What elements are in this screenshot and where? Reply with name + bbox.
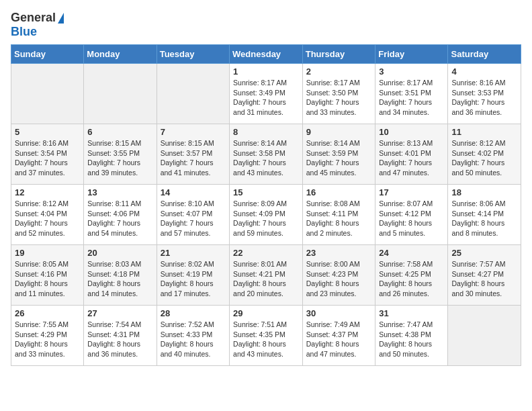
day-cell: 19Sunrise: 8:05 AMSunset: 4:16 PMDayligh… (11, 245, 84, 306)
day-cell: 16Sunrise: 8:08 AMSunset: 4:11 PMDayligh… (302, 185, 375, 245)
day-info: Sunrise: 8:17 AMSunset: 3:51 PMDaylight:… (379, 78, 444, 118)
day-number: 19 (15, 248, 80, 258)
day-number: 14 (161, 187, 226, 197)
day-number: 13 (87, 187, 152, 197)
day-number: 25 (451, 248, 517, 258)
day-cell: 30Sunrise: 7:49 AMSunset: 4:37 PMDayligh… (302, 306, 375, 366)
day-cell: 14Sunrise: 8:10 AMSunset: 4:07 PMDayligh… (157, 185, 229, 245)
day-info: Sunrise: 8:05 AMSunset: 4:16 PMDaylight:… (15, 259, 80, 299)
day-info: Sunrise: 7:47 AMSunset: 4:38 PMDaylight:… (379, 320, 444, 359)
day-number: 7 (161, 127, 226, 137)
day-number: 23 (306, 248, 371, 258)
day-info: Sunrise: 8:14 AMSunset: 3:59 PMDaylight:… (306, 138, 371, 178)
day-number: 18 (451, 187, 517, 197)
weekday-header-saturday: Saturday (448, 45, 521, 64)
day-cell: 10Sunrise: 8:13 AMSunset: 4:01 PMDayligh… (375, 124, 448, 185)
day-info: Sunrise: 7:55 AMSunset: 4:29 PMDaylight:… (15, 320, 80, 359)
day-cell: 26Sunrise: 7:55 AMSunset: 4:29 PMDayligh… (11, 306, 84, 366)
day-info: Sunrise: 8:12 AMSunset: 4:02 PMDaylight:… (451, 138, 517, 178)
day-cell (11, 64, 84, 124)
weekday-header-wednesday: Wednesday (230, 45, 303, 64)
day-cell: 23Sunrise: 8:00 AMSunset: 4:23 PMDayligh… (302, 245, 375, 306)
day-info: Sunrise: 8:11 AMSunset: 4:06 PMDaylight:… (87, 199, 152, 238)
day-number: 11 (451, 127, 517, 137)
day-number: 29 (233, 308, 299, 318)
day-number: 5 (15, 127, 80, 137)
day-number: 8 (233, 127, 299, 137)
day-info: Sunrise: 7:57 AMSunset: 4:27 PMDaylight:… (451, 259, 517, 299)
day-cell: 21Sunrise: 8:02 AMSunset: 4:19 PMDayligh… (157, 245, 229, 306)
week-row-1: 1Sunrise: 8:17 AMSunset: 3:49 PMDaylight… (11, 64, 521, 124)
day-cell (157, 64, 229, 124)
week-row-2: 5Sunrise: 8:16 AMSunset: 3:54 PMDaylight… (11, 124, 521, 185)
day-cell: 3Sunrise: 8:17 AMSunset: 3:51 PMDaylight… (375, 64, 448, 124)
day-number: 4 (451, 66, 517, 77)
day-cell: 29Sunrise: 7:51 AMSunset: 4:35 PMDayligh… (230, 306, 303, 366)
day-cell: 18Sunrise: 8:06 AMSunset: 4:14 PMDayligh… (448, 185, 521, 245)
day-cell: 8Sunrise: 8:14 AMSunset: 3:58 PMDaylight… (230, 124, 303, 185)
day-number: 10 (379, 127, 444, 137)
day-cell: 2Sunrise: 8:17 AMSunset: 3:50 PMDaylight… (302, 64, 375, 124)
day-info: Sunrise: 8:01 AMSunset: 4:21 PMDaylight:… (233, 259, 299, 299)
logo-general-text: General (11, 11, 56, 25)
day-number: 31 (379, 308, 444, 318)
day-number: 30 (306, 308, 371, 318)
day-number: 15 (233, 187, 299, 197)
day-info: Sunrise: 8:15 AMSunset: 3:55 PMDaylight:… (87, 138, 152, 178)
day-cell: 20Sunrise: 8:03 AMSunset: 4:18 PMDayligh… (84, 245, 157, 306)
day-number: 26 (15, 308, 80, 318)
weekday-header-sunday: Sunday (11, 45, 84, 64)
day-cell: 24Sunrise: 7:58 AMSunset: 4:25 PMDayligh… (375, 245, 448, 306)
calendar-table: SundayMondayTuesdayWednesdayThursdayFrid… (11, 44, 521, 366)
day-info: Sunrise: 7:52 AMSunset: 4:33 PMDaylight:… (161, 320, 226, 359)
day-cell: 11Sunrise: 8:12 AMSunset: 4:02 PMDayligh… (448, 124, 521, 185)
day-cell: 7Sunrise: 8:15 AMSunset: 3:57 PMDaylight… (157, 124, 229, 185)
day-cell: 6Sunrise: 8:15 AMSunset: 3:55 PMDaylight… (84, 124, 157, 185)
weekday-header-monday: Monday (84, 45, 157, 64)
day-info: Sunrise: 8:17 AMSunset: 3:50 PMDaylight:… (306, 78, 371, 118)
day-info: Sunrise: 8:07 AMSunset: 4:12 PMDaylight:… (379, 199, 444, 238)
day-number: 16 (306, 187, 371, 197)
day-cell: 28Sunrise: 7:52 AMSunset: 4:33 PMDayligh… (157, 306, 229, 366)
day-info: Sunrise: 8:16 AMSunset: 3:53 PMDaylight:… (451, 78, 517, 118)
weekday-header-tuesday: Tuesday (157, 45, 229, 64)
day-info: Sunrise: 7:58 AMSunset: 4:25 PMDaylight:… (379, 259, 444, 299)
day-info: Sunrise: 8:02 AMSunset: 4:19 PMDaylight:… (161, 259, 226, 299)
day-number: 6 (87, 127, 152, 137)
day-cell (84, 64, 157, 124)
day-cell (448, 306, 521, 366)
day-cell: 22Sunrise: 8:01 AMSunset: 4:21 PMDayligh… (230, 245, 303, 306)
logo: General Blue (11, 11, 64, 39)
day-info: Sunrise: 8:16 AMSunset: 3:54 PMDaylight:… (15, 138, 80, 178)
day-number: 3 (379, 66, 444, 77)
page-header: General Blue (11, 11, 521, 39)
logo-blue-text: Blue (11, 25, 37, 38)
day-number: 24 (379, 248, 444, 258)
logo-triangle-icon (58, 13, 64, 24)
day-number: 9 (306, 127, 371, 137)
day-info: Sunrise: 7:54 AMSunset: 4:31 PMDaylight:… (87, 320, 152, 359)
day-cell: 31Sunrise: 7:47 AMSunset: 4:38 PMDayligh… (375, 306, 448, 366)
day-info: Sunrise: 8:06 AMSunset: 4:14 PMDaylight:… (451, 199, 517, 238)
day-cell: 17Sunrise: 8:07 AMSunset: 4:12 PMDayligh… (375, 185, 448, 245)
day-info: Sunrise: 8:13 AMSunset: 4:01 PMDaylight:… (379, 138, 444, 178)
day-number: 2 (306, 66, 371, 77)
day-info: Sunrise: 7:51 AMSunset: 4:35 PMDaylight:… (233, 320, 299, 359)
day-number: 1 (233, 66, 299, 77)
day-number: 28 (161, 308, 226, 318)
day-number: 20 (87, 248, 152, 258)
day-info: Sunrise: 8:03 AMSunset: 4:18 PMDaylight:… (87, 259, 152, 299)
day-info: Sunrise: 8:12 AMSunset: 4:04 PMDaylight:… (15, 199, 80, 238)
day-info: Sunrise: 8:17 AMSunset: 3:49 PMDaylight:… (233, 78, 299, 118)
weekday-header-friday: Friday (375, 45, 448, 64)
day-info: Sunrise: 8:15 AMSunset: 3:57 PMDaylight:… (161, 138, 226, 178)
day-info: Sunrise: 8:09 AMSunset: 4:09 PMDaylight:… (233, 199, 299, 238)
week-row-3: 12Sunrise: 8:12 AMSunset: 4:04 PMDayligh… (11, 185, 521, 245)
weekday-header-row: SundayMondayTuesdayWednesdayThursdayFrid… (11, 45, 521, 64)
day-info: Sunrise: 7:49 AMSunset: 4:37 PMDaylight:… (306, 320, 371, 359)
day-cell: 4Sunrise: 8:16 AMSunset: 3:53 PMDaylight… (448, 64, 521, 124)
day-cell: 13Sunrise: 8:11 AMSunset: 4:06 PMDayligh… (84, 185, 157, 245)
week-row-4: 19Sunrise: 8:05 AMSunset: 4:16 PMDayligh… (11, 245, 521, 306)
day-cell: 25Sunrise: 7:57 AMSunset: 4:27 PMDayligh… (448, 245, 521, 306)
day-info: Sunrise: 8:10 AMSunset: 4:07 PMDaylight:… (161, 199, 226, 238)
